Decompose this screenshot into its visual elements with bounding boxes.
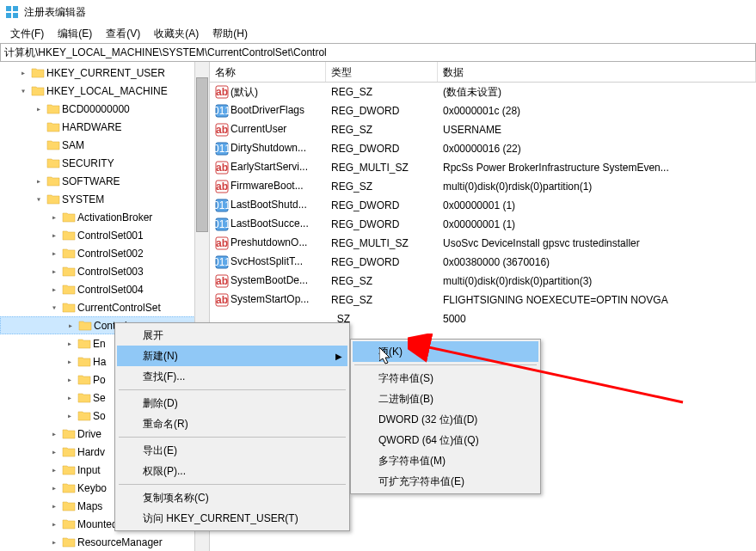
tree-label: ResourceManager xyxy=(77,536,163,548)
list-row[interactable]: 011BootDriverFlagsREG_DWORD0x0000001c (2… xyxy=(210,101,756,120)
list-row[interactable]: abFirmwareBoot...REG_SZmulti(0)disk(0)rd… xyxy=(210,177,756,196)
menu-help[interactable]: 帮助(H) xyxy=(206,25,255,43)
ctx-new-项K[interactable]: 项(K) xyxy=(353,341,538,362)
menu-fav[interactable]: 收藏夹(A) xyxy=(147,25,206,43)
tree-toggle-icon[interactable]: ▸ xyxy=(48,465,60,474)
tree-toggle-icon[interactable]: ▸ xyxy=(48,483,60,493)
tree-item-HKEYLOCALMACHINE[interactable]: ▾HKEY_LOCAL_MACHINE xyxy=(0,82,209,100)
tree-toggle-icon[interactable]: ▸ xyxy=(33,104,45,113)
tree-toggle-icon[interactable]: ▸ xyxy=(48,519,60,529)
tree-toggle-icon[interactable]: ▸ xyxy=(64,357,76,366)
tree-toggle-icon[interactable]: ▸ xyxy=(48,266,60,276)
address-bar[interactable]: 计算机\HKEY_LOCAL_MACHINE\SYSTEM\CurrentCon… xyxy=(0,43,756,62)
tree-item-HARDWARE[interactable]: ▸HARDWARE xyxy=(0,118,209,136)
tree-toggle-icon[interactable]: ▸ xyxy=(48,447,60,456)
folder-icon xyxy=(62,247,76,260)
value-data: 5000 xyxy=(438,313,756,325)
tree-label: Drive xyxy=(77,428,101,440)
svg-text:ab: ab xyxy=(216,294,228,306)
tree-item-SOFTWARE[interactable]: ▸SOFTWARE xyxy=(0,172,209,190)
tree-item-ControlSet002[interactable]: ▸ControlSet002 xyxy=(0,244,209,262)
tree-item-ControlSet003[interactable]: ▸ControlSet003 xyxy=(0,262,209,280)
tree-toggle-icon[interactable]: ▸ xyxy=(48,285,60,294)
tree-item-CurrentControlSet[interactable]: ▾CurrentControlSet xyxy=(0,298,209,316)
tree-toggle-icon[interactable]: ▸ xyxy=(48,230,60,240)
list-row[interactable]: abEarlyStartServi...REG_MULTI_SZRpcSs Po… xyxy=(210,158,756,177)
ctx-new-DWORD位值D[interactable]: DWORD (32 位)值(D) xyxy=(353,409,538,430)
tree-toggle-icon[interactable]: ▸ xyxy=(64,393,76,402)
tree-toggle-icon[interactable]: ▾ xyxy=(48,303,60,312)
folder-icon xyxy=(77,409,91,423)
tree-toggle-icon[interactable]: ▾ xyxy=(33,194,45,204)
header-type[interactable]: 类型 xyxy=(326,62,438,82)
submenu-arrow-icon: ▶ xyxy=(335,352,342,361)
tree-toggle-icon[interactable]: ▸ xyxy=(48,429,60,438)
svg-text:ab: ab xyxy=(216,124,228,136)
menu-view[interactable]: 查看(V) xyxy=(99,25,147,43)
value-data: 0x0000001c (28) xyxy=(438,105,756,117)
value-type: REG_SZ xyxy=(326,181,438,193)
tree-scrollbar-thumb[interactable] xyxy=(196,77,208,232)
tree-item-ResourceManager[interactable]: ▸ResourceManager xyxy=(0,533,209,551)
header-name[interactable]: 名称 xyxy=(210,62,326,82)
tree-toggle-icon[interactable]: ▸ xyxy=(64,375,76,384)
tree-toggle-icon[interactable]: ▸ xyxy=(33,176,45,186)
ctx-权限P[interactable]: 权限(P)... xyxy=(117,461,347,481)
tree-toggle-icon[interactable]: ▸ xyxy=(48,248,60,258)
menu-edit[interactable]: 编辑(E) xyxy=(51,25,99,43)
folder-icon xyxy=(46,156,60,170)
value-data: multi(0)disk(0)rdisk(0)partition(1) xyxy=(438,181,756,193)
list-row[interactable]: abCurrentUserREG_SZUSERNAME xyxy=(210,120,756,139)
ctx-查找F[interactable]: 查找(F)... xyxy=(117,366,347,387)
tree-item-BCD00000000[interactable]: ▸BCD00000000 xyxy=(0,100,209,118)
list-row[interactable]: abSystemBootDe...REG_SZmulti(0)disk(0)rd… xyxy=(210,272,756,291)
tree-item-ControlSet001[interactable]: ▸ControlSet001 xyxy=(0,226,209,244)
tree-item-HKEYCURRENTUSER[interactable]: ▸HKEY_CURRENT_USER xyxy=(0,64,209,82)
string-value-icon: ab xyxy=(215,236,229,250)
ctx-new-可扩充字符串值E[interactable]: 可扩充字符串值(E) xyxy=(353,471,538,492)
list-row[interactable]: abSystemStartOp...REG_SZ FLIGHTSIGNING N… xyxy=(210,291,756,309)
tree-toggle-icon[interactable]: ▸ xyxy=(48,212,60,222)
list-row[interactable]: 011SvcHostSplitT...REG_DWORD0x00380000 (… xyxy=(210,253,756,272)
list-row[interactable]: 011LastBootShutd...REG_DWORD0x00000001 (… xyxy=(210,196,756,215)
svg-text:ab: ab xyxy=(216,275,228,287)
value-type: REG_SZ xyxy=(326,294,438,306)
list-row[interactable]: abPreshutdownO...REG_MULTI_SZUsoSvc Devi… xyxy=(210,234,756,253)
value-name: abEarlyStartServi... xyxy=(210,161,326,174)
ctx-new-QWORD位值Q[interactable]: QWORD (64 位)值(Q) xyxy=(353,430,538,450)
tree-toggle-icon[interactable]: ▸ xyxy=(48,537,60,547)
tree-item-ControlSet004[interactable]: ▸ControlSet004 xyxy=(0,280,209,298)
tree-label: ActivationBroker xyxy=(77,211,152,223)
tree-toggle-icon[interactable]: ▸ xyxy=(48,501,60,511)
list-row[interactable]: ab(默认)REG_SZ(数值未设置) xyxy=(210,83,756,101)
list-row[interactable]: 011LastBootSucce...REG_DWORD0x00000001 (… xyxy=(210,215,756,234)
ctx-new-字符串值S[interactable]: 字符串值(S) xyxy=(353,368,538,389)
ctx-重命名R[interactable]: 重命名(R) xyxy=(117,413,347,434)
binary-value-icon: 011 xyxy=(215,217,229,231)
tree-toggle-icon[interactable]: ▸ xyxy=(65,321,77,330)
header-data[interactable]: 数据 xyxy=(438,62,756,82)
app-icon xyxy=(5,5,19,19)
ctx-new-多字符串值M[interactable]: 多字符串值(M) xyxy=(353,450,538,471)
ctx-删除D[interactable]: 删除(D) xyxy=(117,393,347,413)
tree-toggle-icon[interactable]: ▸ xyxy=(17,68,29,77)
window-title: 注册表编辑器 xyxy=(24,5,86,20)
folder-icon xyxy=(62,517,76,531)
tree-toggle-icon[interactable]: ▾ xyxy=(17,86,29,95)
tree-item-SECURITY[interactable]: ▸SECURITY xyxy=(0,154,209,172)
ctx-展开[interactable]: 展开 xyxy=(117,325,347,346)
tree-item-SYSTEM[interactable]: ▾SYSTEM xyxy=(0,190,209,208)
menu-file[interactable]: 文件(F) xyxy=(3,25,51,43)
tree-toggle-icon[interactable]: ▸ xyxy=(64,411,76,420)
tree-item-SAM[interactable]: ▸SAM xyxy=(0,136,209,154)
folder-icon xyxy=(46,102,60,116)
tree-toggle-icon[interactable]: ▸ xyxy=(64,339,76,348)
ctx-新建N[interactable]: 新建(N)▶ xyxy=(117,346,347,366)
list-row[interactable]: 011DirtyShutdown...REG_DWORD0x00000016 (… xyxy=(210,139,756,158)
ctx-访问HKEYCURRENTUSERT[interactable]: 访问 HKEY_CURRENT_USER(T) xyxy=(117,508,347,529)
value-type: REG_SZ xyxy=(326,86,438,98)
ctx-复制项名称C[interactable]: 复制项名称(C) xyxy=(117,487,347,508)
tree-item-ActivationBroker[interactable]: ▸ActivationBroker xyxy=(0,208,209,226)
ctx-导出E[interactable]: 导出(E) xyxy=(117,440,347,461)
ctx-new-二进制值B[interactable]: 二进制值(B) xyxy=(353,389,538,409)
